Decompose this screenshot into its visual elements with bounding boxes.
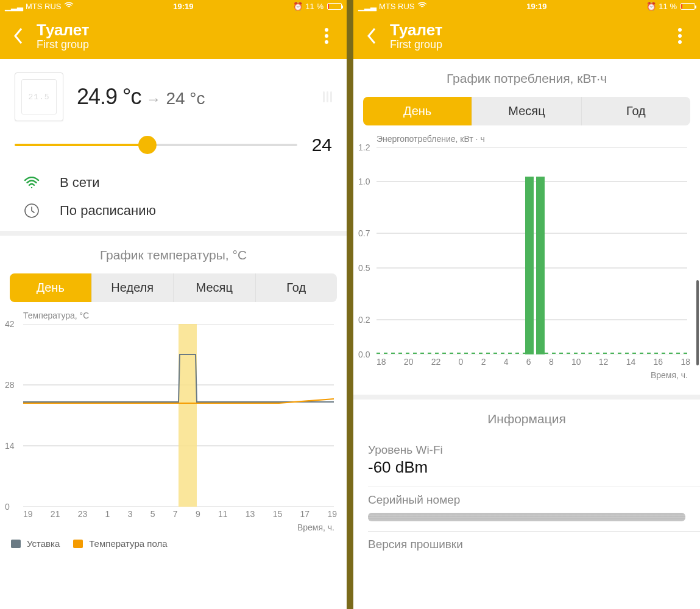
info-section-title: Информация xyxy=(353,400,700,437)
temp-chart-xlabel: Время, ч. xyxy=(0,523,334,532)
legend-setpoint: Уставка xyxy=(27,538,60,549)
battery-text: 11 % xyxy=(305,2,323,11)
mode-status-label: По расписанию xyxy=(60,203,156,219)
page-title: Туалет xyxy=(390,21,443,40)
signal-icon: ▁▂▃ xyxy=(5,2,23,11)
svg-rect-14 xyxy=(536,177,545,354)
carrier-label: MTS RUS xyxy=(379,2,415,11)
alarm-icon: ⏰ xyxy=(293,2,303,11)
wifi-level-value: -60 dBm xyxy=(368,458,685,477)
battery-text: 11 % xyxy=(659,2,677,11)
app-header: Туалет First group xyxy=(353,12,700,59)
alarm-icon: ⏰ xyxy=(646,2,656,11)
svg-rect-5 xyxy=(179,324,197,507)
consumption-chart: 1.2 1.0 0.7 0.5 0.2 0.0 xyxy=(377,147,690,354)
wifi-status-icon xyxy=(15,177,49,189)
temperature-chart: 42 28 14 0 xyxy=(23,324,337,507)
scrollbar[interactable] xyxy=(696,280,699,365)
left-phone: ▁▂▃ MTS RUS 19:19 ⏰ 11 % Туалет First gr… xyxy=(0,0,347,609)
carrier-label: MTS RUS xyxy=(26,2,62,11)
target-temp-inline: 24 °с xyxy=(166,89,205,108)
temp-chart-legend: Уставка Температура пола xyxy=(0,532,347,549)
temp-chart-xaxis: 192123135 791113151719 xyxy=(23,509,337,519)
network-status-label: В сети xyxy=(60,175,100,191)
slider-value: 24 xyxy=(312,135,332,155)
consumption-chart-xlabel: Время, ч. xyxy=(353,370,688,380)
serial-row: Серийный номер xyxy=(353,487,700,507)
tab-month[interactable]: Месяц xyxy=(174,273,256,302)
arrow-icon: → xyxy=(146,91,161,107)
page-title: Туалет xyxy=(37,21,90,40)
consumption-range-tabs: День Месяц Год xyxy=(363,97,690,125)
svg-rect-13 xyxy=(525,177,534,354)
tab-week[interactable]: Неделя xyxy=(92,273,174,302)
wifi-level-label: Уровень Wi-Fi xyxy=(368,443,685,457)
status-bar: ▁▂▃ MTS RUS 19:19 ⏰ 11 % xyxy=(353,0,700,12)
network-status-row: В сети xyxy=(0,169,347,197)
temperature-row: 21.5 24.9 °с → 24 °с xyxy=(0,59,347,121)
serial-value-redacted xyxy=(368,513,685,521)
wifi-icon xyxy=(417,2,427,11)
status-bar: ▁▂▃ MTS RUS 19:19 ⏰ 11 % xyxy=(0,0,347,12)
firmware-label: Версия прошивки xyxy=(368,538,685,551)
wifi-icon xyxy=(64,2,74,11)
heating-icon xyxy=(323,91,332,102)
battery-icon xyxy=(327,3,342,10)
wifi-level-row: Уровень Wi-Fi -60 dBm xyxy=(353,437,700,477)
right-phone: ▁▂▃ MTS RUS 19:19 ⏰ 11 % Туалет First gr… xyxy=(353,0,700,609)
temp-chart-range-tabs: День Неделя Месяц Год xyxy=(10,273,337,302)
firmware-row: Версия прошивки xyxy=(353,532,700,555)
thermostat-device-icon: 21.5 xyxy=(15,72,63,121)
consumption-chart-xaxis: 182022024 681012141618 xyxy=(377,357,690,367)
consumption-chart-title: График потребления, кВт·ч xyxy=(353,59,700,97)
page-subtitle: First group xyxy=(37,38,90,51)
temp-chart-title: График температуры, °С xyxy=(0,236,347,273)
tab-year[interactable]: Год xyxy=(256,273,338,302)
tab-day[interactable]: День xyxy=(10,273,92,302)
status-time: 19:19 xyxy=(526,2,546,11)
temperature-readout: 24.9 °с → 24 °с xyxy=(77,84,205,110)
signal-icon: ▁▂▃ xyxy=(358,2,377,11)
serial-label: Серийный номер xyxy=(368,493,685,507)
app-header: Туалет First group xyxy=(0,12,347,59)
consumption-chart-ylabel: Энергопотребление, кВт · ч xyxy=(353,125,700,147)
tab-month[interactable]: Месяц xyxy=(472,97,581,125)
schedule-icon xyxy=(15,203,49,219)
battery-icon xyxy=(681,3,695,10)
back-button[interactable] xyxy=(359,24,384,48)
current-temp: 24.9 °с xyxy=(77,84,141,109)
more-menu-button[interactable] xyxy=(319,22,334,50)
back-button[interactable] xyxy=(6,24,30,48)
mode-status-row[interactable]: По расписанию xyxy=(0,197,347,225)
tab-year[interactable]: Год xyxy=(582,97,690,125)
page-subtitle: First group xyxy=(390,38,443,51)
legend-floor-temp: Температура пола xyxy=(89,538,167,549)
status-time: 19:19 xyxy=(173,2,193,11)
temperature-slider[interactable]: 24 xyxy=(0,121,347,166)
temp-chart-ylabel: Температура, °С xyxy=(0,302,347,324)
tab-day[interactable]: День xyxy=(363,97,472,125)
more-menu-button[interactable] xyxy=(672,22,688,50)
